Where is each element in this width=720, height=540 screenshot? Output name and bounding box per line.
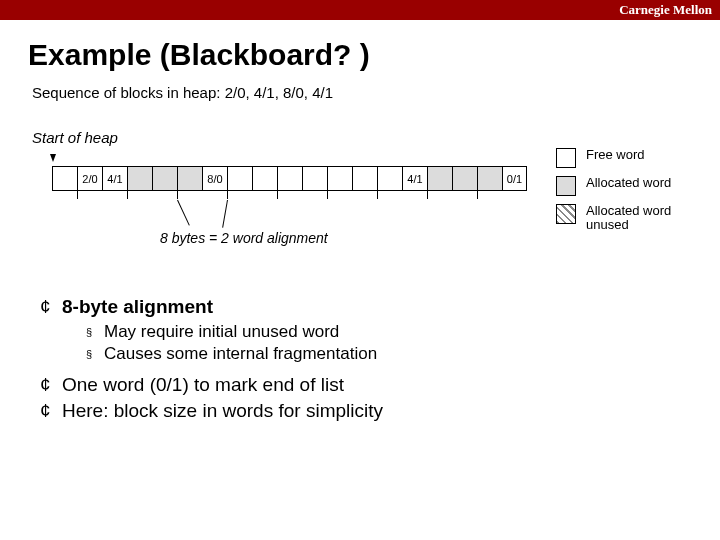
heap-cell bbox=[127, 166, 152, 191]
legend-swatch-unused bbox=[556, 204, 576, 224]
ruler-tick bbox=[377, 191, 378, 199]
legend: Free word Allocated word Allocated word … bbox=[556, 148, 696, 241]
heap-cell bbox=[227, 166, 252, 191]
heap-cell bbox=[152, 166, 177, 191]
bullet-marker-icon: § bbox=[86, 344, 104, 364]
ruler-tick bbox=[277, 191, 278, 199]
legend-row: Allocated word bbox=[556, 176, 696, 196]
slide-title: Example (Blackboard? ) bbox=[0, 20, 720, 80]
ruler-tick bbox=[177, 191, 178, 199]
heap-diagram: 2/0 4/1 8/0 4/1 0/1 8 bytes = 2 word ali… bbox=[32, 148, 696, 268]
heap-cell: 4/1 bbox=[402, 166, 427, 191]
legend-row: Allocated word unused bbox=[556, 204, 696, 233]
bullet-text: May require initial unused word bbox=[104, 322, 339, 342]
ruler-tick bbox=[477, 191, 478, 199]
alignment-label: 8 bytes = 2 word alignment bbox=[160, 230, 328, 246]
sub-bullet-item: § May require initial unused word bbox=[86, 322, 688, 342]
ruler-tick bbox=[327, 191, 328, 199]
ruler-tick bbox=[427, 191, 428, 199]
start-of-heap-label: Start of heap bbox=[0, 101, 720, 146]
bullet-marker-icon: ¢ bbox=[40, 296, 62, 318]
sub-bullet-item: § Causes some internal fragmentation bbox=[86, 344, 688, 364]
legend-text: Allocated word bbox=[586, 176, 671, 190]
ruler-tick bbox=[77, 191, 78, 199]
legend-text: Allocated word unused bbox=[586, 204, 696, 233]
bullet-item: ¢ Here: block size in words for simplici… bbox=[40, 400, 688, 422]
heap-cell bbox=[427, 166, 452, 191]
legend-text: Free word bbox=[586, 148, 645, 162]
bullet-text: One word (0/1) to mark end of list bbox=[62, 374, 344, 396]
align-pointer-line bbox=[222, 200, 228, 228]
heap-cell bbox=[327, 166, 352, 191]
ruler-tick bbox=[227, 191, 228, 199]
start-arrow-icon bbox=[50, 154, 56, 162]
heap-row: 2/0 4/1 8/0 4/1 0/1 bbox=[52, 166, 527, 191]
heap-cell bbox=[477, 166, 502, 191]
heap-cell bbox=[452, 166, 477, 191]
bullet-item: ¢ One word (0/1) to mark end of list bbox=[40, 374, 688, 396]
ruler-tick bbox=[127, 191, 128, 199]
bullet-text: 8-byte alignment bbox=[62, 296, 213, 318]
heap-cell: 0/1 bbox=[502, 166, 527, 191]
legend-row: Free word bbox=[556, 148, 696, 168]
sub-bullet-list: § May require initial unused word § Caus… bbox=[40, 322, 688, 364]
legend-swatch-free bbox=[556, 148, 576, 168]
bullet-item: ¢ 8-byte alignment bbox=[40, 296, 688, 318]
heap-cell bbox=[177, 166, 202, 191]
bullet-marker-icon: ¢ bbox=[40, 400, 62, 422]
heap-cell: 2/0 bbox=[77, 166, 102, 191]
heap-cell bbox=[252, 166, 277, 191]
org-name: Carnegie Mellon bbox=[619, 2, 712, 18]
heap-cell bbox=[52, 166, 77, 191]
heap-cell bbox=[377, 166, 402, 191]
bullet-marker-icon: § bbox=[86, 322, 104, 342]
subtitle: Sequence of blocks in heap: 2/0, 4/1, 8/… bbox=[0, 80, 720, 101]
heap-cell bbox=[302, 166, 327, 191]
heap-cell bbox=[352, 166, 377, 191]
heap-cell bbox=[277, 166, 302, 191]
bullet-text: Here: block size in words for simplicity bbox=[62, 400, 383, 422]
banner: Carnegie Mellon bbox=[0, 0, 720, 20]
heap-cell: 4/1 bbox=[102, 166, 127, 191]
bullet-list: ¢ 8-byte alignment § May require initial… bbox=[0, 268, 720, 422]
align-pointer-line bbox=[177, 200, 190, 226]
bullet-marker-icon: ¢ bbox=[40, 374, 62, 396]
bullet-text: Causes some internal fragmentation bbox=[104, 344, 377, 364]
legend-swatch-alloc bbox=[556, 176, 576, 196]
heap-cell: 8/0 bbox=[202, 166, 227, 191]
